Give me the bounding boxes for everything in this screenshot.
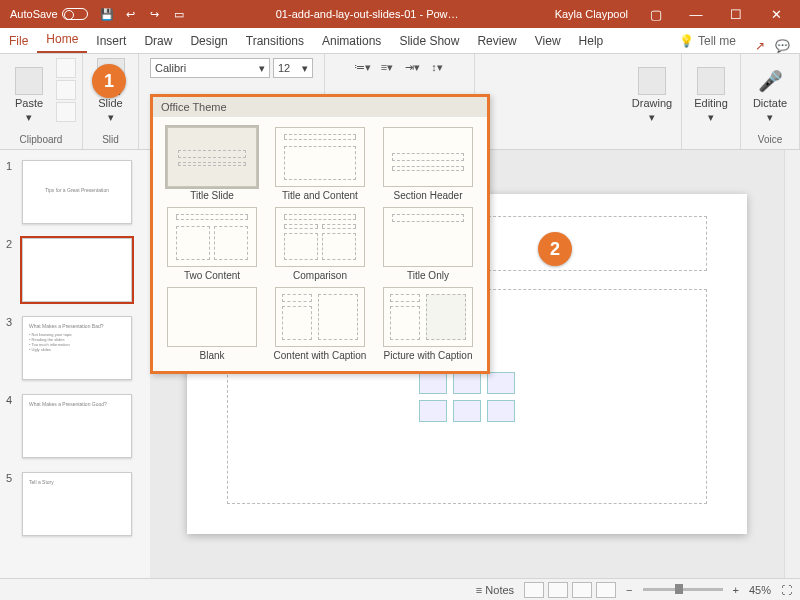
content-icons: [419, 372, 515, 422]
zoom-slider[interactable]: [643, 588, 723, 591]
tab-transitions[interactable]: Transitions: [237, 29, 313, 53]
editing-label: Editing: [694, 97, 728, 109]
maximize-icon[interactable]: ☐: [716, 7, 756, 22]
layout-title-slide[interactable]: Title Slide: [161, 127, 263, 201]
numbering-button[interactable]: ≡▾: [376, 58, 398, 76]
layout-label: Title Slide: [190, 190, 234, 201]
slide-thumbnail-4[interactable]: What Makes a Presentation Good?: [22, 394, 132, 458]
user-name[interactable]: Kayla Claypool: [547, 8, 636, 20]
tab-slideshow[interactable]: Slide Show: [390, 29, 468, 53]
cut-button[interactable]: [56, 58, 76, 78]
redo-icon[interactable]: ↪: [146, 5, 164, 23]
layout-label: Picture with Caption: [384, 350, 473, 361]
tell-me-search[interactable]: 💡 Tell me: [670, 29, 745, 53]
voice-group-label: Voice: [758, 134, 782, 147]
slide-thumbnail-2[interactable]: [22, 238, 132, 302]
tab-file[interactable]: File: [0, 29, 37, 53]
layout-comparison[interactable]: Comparison: [269, 207, 371, 281]
share-icon[interactable]: ↗: [755, 39, 765, 53]
tab-home[interactable]: Home: [37, 27, 87, 53]
slide-thumbnail-5[interactable]: Tell a Story: [22, 472, 132, 536]
clipboard-icon: [15, 67, 43, 95]
video-icon[interactable]: [487, 400, 515, 422]
save-icon[interactable]: 💾: [98, 5, 116, 23]
editing-button[interactable]: Editing ▾: [688, 58, 734, 124]
bullets-button[interactable]: ≔▾: [351, 58, 373, 76]
layout-title-only[interactable]: Title Only: [377, 207, 479, 281]
copy-button[interactable]: [56, 80, 76, 100]
tab-insert[interactable]: Insert: [87, 29, 135, 53]
pictures-icon[interactable]: [419, 400, 447, 422]
chevron-down-icon: ▾: [26, 111, 32, 124]
layout-label: Two Content: [184, 270, 240, 281]
chevron-down-icon: ▾: [108, 111, 114, 124]
table-icon[interactable]: [419, 372, 447, 394]
autosave-toggle[interactable]: AutoSave: [4, 8, 94, 20]
undo-icon[interactable]: ↩: [122, 5, 140, 23]
thumb-number: 5: [6, 472, 16, 484]
zoom-in-button[interactable]: +: [733, 584, 739, 596]
layout-label: Content with Caption: [274, 350, 367, 361]
font-family-select[interactable]: Calibri▾: [150, 58, 270, 78]
view-buttons: [524, 582, 616, 598]
font-size-select[interactable]: 12▾: [273, 58, 313, 78]
indent-button[interactable]: ⇥▾: [401, 58, 423, 76]
tab-view[interactable]: View: [526, 29, 570, 53]
fit-to-window-button[interactable]: ⛶: [781, 584, 792, 596]
thumb-number: 2: [6, 238, 16, 250]
tab-draw[interactable]: Draw: [135, 29, 181, 53]
smartart-icon[interactable]: [487, 372, 515, 394]
tab-help[interactable]: Help: [570, 29, 613, 53]
layout-content-with-caption[interactable]: Content with Caption: [269, 287, 371, 361]
text-direction-button[interactable]: ↕▾: [426, 58, 448, 76]
layout-label: Title Only: [407, 270, 449, 281]
microphone-icon: 🎤: [756, 67, 784, 95]
layout-gallery: Office Theme Title Slide Title and Conte…: [150, 94, 490, 374]
layout-blank[interactable]: Blank: [161, 287, 263, 361]
normal-view-button[interactable]: [524, 582, 544, 598]
dictate-button[interactable]: 🎤 Dictate ▾: [747, 58, 793, 124]
layout-title-and-content[interactable]: Title and Content: [269, 127, 371, 201]
slide-thumbnail-1[interactable]: Tips for a Great Presentation: [22, 160, 132, 224]
minimize-icon[interactable]: —: [676, 7, 716, 22]
document-title: 01-add-and-lay-out-slides-01 - Pow…: [188, 8, 547, 20]
thumb-title: What Makes a Presentation Bad?: [29, 323, 125, 329]
zoom-level[interactable]: 45%: [749, 584, 771, 596]
paste-button[interactable]: Paste ▾: [6, 58, 52, 124]
layout-label: Comparison: [293, 270, 347, 281]
group-drawing: Drawing ▾: [623, 54, 682, 149]
font-name-value: Calibri: [155, 62, 186, 74]
layout-picture-with-caption[interactable]: Picture with Caption: [377, 287, 479, 361]
ribbon-display-icon[interactable]: ▢: [636, 7, 676, 22]
drawing-button[interactable]: Drawing ▾: [629, 58, 675, 124]
chevron-down-icon: ▾: [767, 111, 773, 124]
format-painter-button[interactable]: [56, 102, 76, 122]
zoom-out-button[interactable]: −: [626, 584, 632, 596]
notes-button[interactable]: ≡ Notes: [476, 584, 514, 596]
slides-group-label: Slid: [102, 134, 119, 147]
slide-thumbnail-3[interactable]: What Makes a Presentation Bad?• Not know…: [22, 316, 132, 380]
shapes-icon: [638, 67, 666, 95]
layout-label: Blank: [199, 350, 224, 361]
layout-label: Section Header: [394, 190, 463, 201]
chart-icon[interactable]: [453, 372, 481, 394]
vertical-scrollbar[interactable]: [784, 150, 800, 578]
slideshow-view-button[interactable]: [596, 582, 616, 598]
slide-thumbnails-panel: 1 Tips for a Great Presentation 2 3 What…: [0, 150, 150, 578]
comments-icon[interactable]: 💬: [775, 39, 790, 53]
title-bar: AutoSave 💾 ↩ ↪ ▭ 01-add-and-lay-out-slid…: [0, 0, 800, 28]
tab-review[interactable]: Review: [468, 29, 525, 53]
start-slideshow-icon[interactable]: ▭: [170, 5, 188, 23]
slide-sorter-button[interactable]: [548, 582, 568, 598]
layout-two-content[interactable]: Two Content: [161, 207, 263, 281]
status-bar: ≡ Notes − + 45% ⛶: [0, 578, 800, 600]
tab-animations[interactable]: Animations: [313, 29, 390, 53]
reading-view-button[interactable]: [572, 582, 592, 598]
ribbon-tabs: File Home Insert Draw Design Transitions…: [0, 28, 800, 54]
online-pictures-icon[interactable]: [453, 400, 481, 422]
layout-section-header[interactable]: Section Header: [377, 127, 479, 201]
close-icon[interactable]: ✕: [756, 7, 796, 22]
tab-design[interactable]: Design: [181, 29, 236, 53]
thumb-number: 1: [6, 160, 16, 172]
font-size-value: 12: [278, 62, 290, 74]
